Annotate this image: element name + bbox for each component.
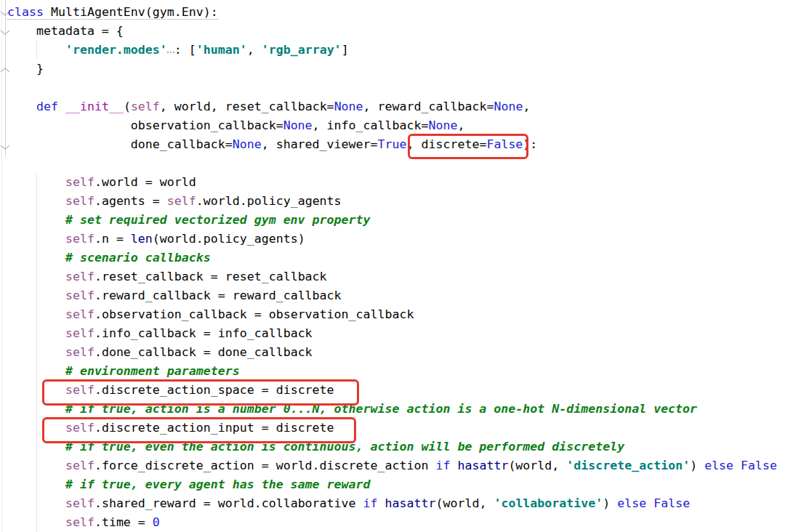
- code-segment-p: [7, 270, 65, 283]
- code-segment-sf: self: [167, 194, 196, 208]
- code-line[interactable]: self.agents = self.world.policy_agents: [0, 192, 785, 211]
- code-segment-p: .world.policy_agents: [196, 194, 342, 208]
- code-segment-c: # if true, even the action is continuous…: [7, 440, 624, 454]
- code-segment-p: done_callback=: [7, 137, 233, 151]
- code-line-text: 'render.modes' : ['human', 'rgb_array']: [7, 43, 349, 57]
- code-line[interactable]: self.reward_callback = reward_callback: [0, 286, 785, 305]
- code-area[interactable]: class MultiAgentEnv(gym.Env): metadata =…: [0, 3, 785, 532]
- code-segment-p: [7, 326, 65, 340]
- code-line-text: self.discrete_action_input = discrete: [7, 421, 334, 435]
- code-segment-p: .n =: [94, 232, 131, 246]
- code-segment-p: , shared_viewer=: [262, 137, 378, 151]
- code-segment-p: [7, 43, 65, 57]
- code-line[interactable]: self.discrete_action_input = discrete: [0, 419, 785, 438]
- code-segment-m: __init__: [65, 100, 124, 113]
- code-line-text: self.reset_callback = reset_callback: [7, 270, 327, 283]
- code-segment-k: None: [233, 137, 262, 151]
- code-line[interactable]: self.n = len(world.policy_agents): [0, 230, 785, 249]
- code-line[interactable]: # set required vectorized gym env proper…: [0, 211, 785, 230]
- code-segment-c: # scenario callbacks: [7, 251, 211, 265]
- code-line[interactable]: class MultiAgentEnv(gym.Env):: [0, 3, 785, 22]
- code-segment-p: }: [7, 62, 44, 76]
- code-line-text: self.agents = self.world.policy_agents: [7, 194, 342, 208]
- code-line[interactable]: [0, 154, 785, 173]
- code-line-text: self.force_discrete_action = world.discr…: [7, 459, 777, 472]
- code-segment-p: observation_callback=: [7, 118, 283, 132]
- code-segment-p: .observation_callback = observation_call…: [94, 307, 414, 321]
- code-segment-p: [7, 345, 65, 359]
- code-segment-p: ):: [523, 137, 537, 151]
- code-line[interactable]: [0, 78, 785, 97]
- code-segment-p: ,: [457, 118, 464, 132]
- code-segment-sf: self: [65, 459, 94, 472]
- code-segment-p: [7, 459, 65, 472]
- code-segment-k: None: [334, 100, 363, 113]
- code-line[interactable]: metadata = {: [0, 22, 785, 41]
- code-line-text: class MultiAgentEnv(gym.Env):: [7, 5, 218, 20]
- code-segment-p: [7, 289, 65, 302]
- code-segment-k: False: [653, 496, 690, 510]
- code-segment-p: [7, 194, 65, 208]
- code-segment-p: [646, 496, 653, 510]
- code-segment-p: .info_callback = info_callback: [94, 326, 313, 340]
- code-segment-sf: self: [65, 383, 94, 397]
- code-line[interactable]: def __init__(self, world, reset_callback…: [0, 97, 785, 116]
- code-line[interactable]: self.info_callback = info_callback: [0, 324, 785, 343]
- code-segment-c: # environment parameters: [7, 364, 240, 378]
- code-line-text: self.observation_callback = observation_…: [7, 307, 414, 321]
- code-segment-p: .done_callback = done_callback: [94, 345, 313, 359]
- code-segment-k: class: [7, 5, 51, 19]
- code-segment-s: 'collaborative': [494, 496, 603, 510]
- code-segment-k: False: [486, 137, 523, 151]
- code-segment-p: metadata = {: [7, 24, 124, 38]
- code-segment-p: .world = world: [94, 175, 196, 189]
- code-segment-k: else: [704, 459, 733, 472]
- code-editor[interactable]: class MultiAgentEnv(gym.Env): metadata =…: [0, 0, 785, 532]
- code-segment-p: , world, reset_callback=: [160, 100, 334, 113]
- code-segment-w: [167, 41, 174, 53]
- code-segment-s: 'render.modes': [65, 43, 167, 57]
- code-segment-p: [7, 175, 65, 189]
- code-line[interactable]: # if true, every agent has the same rewa…: [0, 475, 785, 494]
- code-segment-p: [7, 100, 36, 113]
- code-line[interactable]: # scenario callbacks: [0, 249, 785, 267]
- code-segment-sf: self: [65, 194, 94, 208]
- code-line-text: self.time = 0: [7, 515, 160, 529]
- code-segment-p: [7, 232, 65, 246]
- code-segment-b: hasattr: [457, 459, 508, 472]
- code-segment-sf: self: [65, 326, 94, 340]
- code-segment-p: ): [603, 496, 617, 510]
- code-line[interactable]: observation_callback=None, info_callback…: [0, 116, 785, 135]
- code-segment-p: MultiAgentEnv(gym.Env):: [51, 5, 218, 19]
- code-line[interactable]: done_callback=None, shared_viewer=True, …: [0, 135, 785, 154]
- code-line[interactable]: self.force_discrete_action = world.discr…: [0, 456, 785, 475]
- code-segment-p: [7, 515, 65, 529]
- code-segment-p: [450, 459, 457, 472]
- code-line-text: self.discrete_action_space = discrete: [7, 383, 334, 397]
- code-segment-s: 'human': [196, 43, 247, 57]
- code-line-text: # environment parameters: [7, 364, 240, 378]
- code-line[interactable]: self.reset_callback = reset_callback: [0, 267, 785, 286]
- code-line[interactable]: self.time = 0: [0, 513, 785, 532]
- code-segment-k: def: [36, 100, 65, 113]
- code-line-text: # if true, action is a number 0...N, oth…: [7, 402, 697, 416]
- code-line[interactable]: self.world = world: [0, 173, 785, 192]
- code-segment-p: ,: [247, 43, 262, 57]
- code-line[interactable]: self.discrete_action_space = discrete: [0, 381, 785, 400]
- code-line[interactable]: self.shared_reward = world.collaborative…: [0, 494, 785, 513]
- code-line-text: self.world = world: [7, 175, 196, 189]
- code-line[interactable]: # if true, even the action is continuous…: [0, 438, 785, 456]
- code-line[interactable]: }: [0, 60, 785, 78]
- code-segment-p: .reset_callback = reset_callback: [94, 270, 327, 283]
- code-line-text: self.shared_reward = world.collaborative…: [7, 496, 690, 510]
- code-segment-c: # if true, every agent has the same rewa…: [7, 477, 371, 491]
- code-segment-sf: self: [65, 270, 94, 283]
- code-line[interactable]: 'render.modes' : ['human', 'rgb_array']: [0, 41, 785, 60]
- code-line[interactable]: # environment parameters: [0, 362, 785, 381]
- code-segment-p: [7, 496, 65, 510]
- code-segment-sf: self: [65, 515, 94, 529]
- code-segment-sf: self: [65, 175, 94, 189]
- code-line[interactable]: self.done_callback = done_callback: [0, 343, 785, 362]
- code-line[interactable]: self.observation_callback = observation_…: [0, 305, 785, 324]
- code-line[interactable]: # if true, action is a number 0...N, oth…: [0, 400, 785, 419]
